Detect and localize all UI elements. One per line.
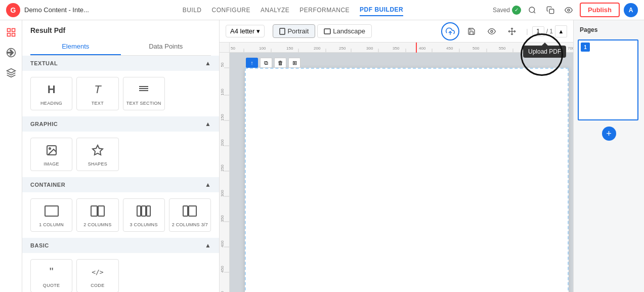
tab-data-points[interactable]: Data Points xyxy=(121,38,211,55)
svg-rect-2 xyxy=(549,9,554,14)
svg-rect-5 xyxy=(12,29,15,32)
portrait-button[interactable]: Portrait xyxy=(273,24,315,38)
preview-button[interactable] xyxy=(562,3,576,17)
svg-point-13 xyxy=(49,148,51,149)
app-logo: G xyxy=(6,3,20,17)
1col-label: 1 COLUMN xyxy=(39,222,64,227)
svg-point-0 xyxy=(529,7,535,13)
page-canvas[interactable]: ↑ ⧉ 🗑 ⊞ xyxy=(245,68,569,292)
move-icon xyxy=(508,27,516,35)
svg-text:300: 300 xyxy=(366,46,373,51)
search-button[interactable] xyxy=(525,3,539,17)
element-text[interactable]: T TEXT xyxy=(76,77,118,110)
svg-text:450: 450 xyxy=(446,46,453,51)
page-nav-separator: | xyxy=(526,27,528,35)
code-label: CODE xyxy=(91,283,104,288)
shapes-label: SHAPES xyxy=(88,161,107,166)
upload-icon xyxy=(446,27,455,36)
svg-rect-6 xyxy=(7,33,10,36)
3col-icon xyxy=(136,203,152,219)
upload-pdf-button[interactable] xyxy=(441,22,459,40)
nav-build[interactable]: BUILD xyxy=(183,5,202,16)
sel-btn-copy[interactable]: ⧉ xyxy=(260,58,272,68)
graphic-chevron-icon: ▲ xyxy=(205,120,211,128)
quote-icon: " xyxy=(44,264,60,280)
heading-icon: H xyxy=(44,81,60,98)
svg-text:150: 150 xyxy=(220,114,225,121)
svg-rect-23 xyxy=(324,29,330,34)
orientation-buttons: Portrait Landscape xyxy=(273,24,372,38)
copy-button[interactable] xyxy=(543,3,557,17)
canvas-toolbar: A4 letter ▾ Portrait Landscape xyxy=(220,20,573,43)
sidebar-elements-icon[interactable] xyxy=(3,24,19,40)
section-basic-title: BASIC xyxy=(30,242,49,248)
sidebar-icons xyxy=(0,20,22,292)
add-page-button[interactable]: + xyxy=(602,127,616,141)
element-1col[interactable]: 1 COLUMN xyxy=(30,198,72,232)
canvas-with-ruler: 50 100 150 200 250 300 350 400 4 xyxy=(220,43,573,292)
nav-pdf-builder[interactable]: PDF BUILDER xyxy=(360,4,403,16)
basic-chevron-icon: ▲ xyxy=(205,242,211,249)
sel-btn-more[interactable]: ⊞ xyxy=(288,58,300,68)
ruler-horizontal: 50 100 150 200 250 300 350 400 4 xyxy=(230,43,573,53)
element-code[interactable]: </> CODE xyxy=(76,259,118,292)
element-heading[interactable]: H HEADING xyxy=(30,77,72,110)
section-basic-header[interactable]: BASIC ▲ xyxy=(22,238,219,253)
portrait-icon xyxy=(279,28,285,35)
view-button[interactable] xyxy=(484,23,500,39)
section-graphic-title: GRAPHIC xyxy=(30,121,58,127)
nav-performance[interactable]: PERFORMANCE xyxy=(299,5,350,16)
image-label: IMAGE xyxy=(44,161,59,166)
heading-label: HEADING xyxy=(40,101,62,106)
eye-canvas-icon xyxy=(488,27,496,35)
sidebar-layers-icon[interactable] xyxy=(3,65,19,81)
element-3col[interactable]: 3 COLUMNS xyxy=(123,198,165,232)
svg-point-25 xyxy=(491,30,493,32)
eye-icon xyxy=(565,6,573,14)
sel-btn-delete[interactable]: 🗑 xyxy=(274,58,286,68)
svg-line-1 xyxy=(534,12,535,13)
svg-text:500: 500 xyxy=(473,46,480,51)
svg-point-3 xyxy=(568,9,570,11)
svg-text:550: 550 xyxy=(499,46,506,51)
section-container-header[interactable]: CONTAINER ▲ xyxy=(22,177,219,192)
nav-links: BUILD CONFIGURE ANALYZE PERFORMANCE PDF … xyxy=(97,4,489,16)
element-text-section[interactable]: TEXT SECTION xyxy=(123,77,165,110)
saved-indicator: Saved ✓ xyxy=(493,6,521,15)
page-size-select[interactable]: A4 letter ▾ xyxy=(226,25,265,37)
page-number-input[interactable] xyxy=(532,26,544,36)
ruler-vertical: 50 100 150 200 250 300 350 400 4 xyxy=(220,53,230,292)
page-thumbnail-1[interactable]: 1 xyxy=(578,39,638,120)
nav-configure[interactable]: CONFIGURE xyxy=(211,5,250,16)
tab-elements[interactable]: Elements xyxy=(30,38,121,55)
page-up-button[interactable]: ▲ xyxy=(555,25,567,37)
landscape-button[interactable]: Landscape xyxy=(317,24,372,38)
element-image[interactable]: IMAGE xyxy=(30,138,72,171)
ruler-corner xyxy=(220,43,230,53)
element-quote[interactable]: " QUOTE xyxy=(30,259,72,292)
sidebar-paint-icon[interactable] xyxy=(3,45,19,61)
svg-marker-8 xyxy=(7,69,15,73)
svg-rect-15 xyxy=(91,206,97,216)
text-icon: T xyxy=(90,81,106,98)
move-button[interactable] xyxy=(504,23,520,39)
svg-text:700: 700 xyxy=(568,46,573,51)
svg-rect-21 xyxy=(189,206,196,216)
panel-tabs: Elements Data Points xyxy=(30,38,211,56)
element-2col-37[interactable]: 2 COLUMNS 3/7 xyxy=(169,198,211,232)
element-2col[interactable]: 2 COLUMNS xyxy=(76,198,118,232)
svg-rect-18 xyxy=(142,206,146,216)
canvas-scroll[interactable]: ↑ ⧉ 🗑 ⊞ xyxy=(230,53,573,292)
nav-analyze[interactable]: ANALYZE xyxy=(261,5,289,16)
svg-text:400: 400 xyxy=(220,240,225,247)
svg-text:150: 150 xyxy=(286,46,293,51)
publish-button[interactable]: Publish xyxy=(580,3,620,17)
section-container-title: CONTAINER xyxy=(30,182,65,188)
section-textual-header[interactable]: TEXTUAL ▲ xyxy=(22,56,219,71)
element-shapes[interactable]: SHAPES xyxy=(76,138,118,171)
section-graphic-header[interactable]: GRAPHIC ▲ xyxy=(22,116,219,132)
sel-btn-move[interactable]: ↑ xyxy=(246,58,258,68)
user-avatar[interactable]: A xyxy=(624,3,638,17)
svg-text:200: 200 xyxy=(220,139,225,146)
save-template-button[interactable] xyxy=(463,23,480,39)
